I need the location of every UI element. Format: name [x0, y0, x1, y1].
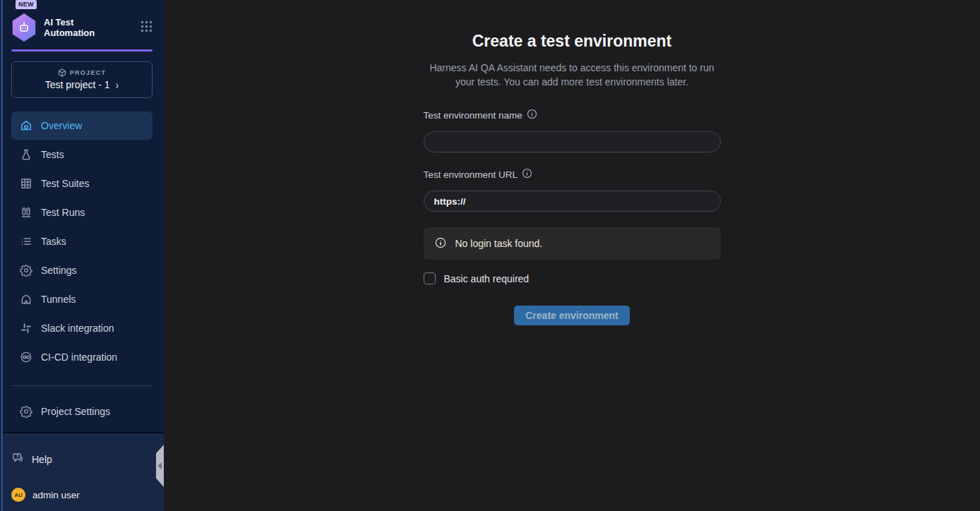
- create-environment-form: Test environment name Test environment U…: [424, 109, 721, 325]
- test-runs-icon: [20, 206, 32, 219]
- project-name: Test project - 1: [45, 79, 110, 90]
- sidebar-item-cicd-integration[interactable]: CI-CD integration: [11, 343, 153, 371]
- sidebar-item-tasks[interactable]: Tasks: [11, 227, 153, 256]
- login-task-notice: No login task found.: [424, 227, 721, 260]
- sidebar-item-label: Overview: [41, 120, 82, 131]
- env-url-input[interactable]: [424, 191, 721, 212]
- help-button[interactable]: ? Help: [11, 452, 153, 467]
- flask-icon: [20, 148, 32, 161]
- sidebar-item-label: Slack integration: [41, 323, 114, 334]
- window-edge: [0, 0, 3, 511]
- sidebar-item-label: Test Runs: [41, 207, 85, 218]
- sidebar-nav: Overview Tests Test Su: [0, 111, 164, 426]
- info-icon[interactable]: [522, 168, 532, 181]
- chevron-right-icon: ›: [116, 78, 119, 91]
- sidebar-item-label: Tunnels: [41, 294, 76, 305]
- grid-table-icon: [20, 177, 32, 190]
- nav-divider: [11, 385, 153, 386]
- env-name-input[interactable]: [424, 131, 721, 152]
- app-window: NEW AI Test Automation: [0, 0, 980, 511]
- home-icon: [20, 119, 32, 132]
- help-chat-icon: ?: [11, 452, 25, 467]
- sidebar-item-label: Test Suites: [41, 178, 89, 189]
- basic-auth-checkbox[interactable]: [424, 272, 436, 284]
- sidebar-item-project-settings[interactable]: Project Settings: [11, 397, 153, 426]
- gear-icon: [20, 405, 32, 418]
- app-logo-icon: [11, 13, 37, 42]
- sidebar-header: NEW AI Test Automation: [0, 0, 164, 52]
- sidebar-footer: ? Help AU admin user: [0, 432, 164, 511]
- new-badge: NEW: [16, 0, 37, 9]
- env-name-label: Test environment name: [424, 110, 522, 121]
- cicd-icon: [20, 351, 32, 363]
- sidebar-item-tunnels[interactable]: Tunnels: [11, 285, 153, 313]
- env-name-label-row: Test environment name: [424, 109, 721, 121]
- page-subtitle: Harness AI QA Assistant needs to access …: [424, 61, 720, 89]
- basic-auth-label: Basic auth required: [444, 273, 530, 284]
- info-icon: [435, 237, 446, 251]
- create-environment-button[interactable]: Create environment: [514, 306, 629, 325]
- main-content: Create a test environment Harness AI QA …: [164, 0, 980, 511]
- brand-divider: [11, 49, 153, 52]
- user-avatar: AU: [11, 488, 25, 502]
- sidebar-item-overview[interactable]: Overview: [11, 112, 153, 140]
- tunnel-icon: [20, 293, 32, 306]
- sidebar-item-label: Settings: [41, 265, 77, 276]
- app-title: AI Test Automation: [44, 17, 103, 38]
- env-url-label: Test environment URL: [424, 169, 518, 180]
- sidebar-item-label: Tasks: [41, 236, 66, 247]
- notice-text: No login task found.: [455, 238, 543, 249]
- help-label: Help: [32, 454, 52, 465]
- cube-icon: [58, 68, 66, 77]
- sidebar-item-label: Tests: [41, 149, 64, 160]
- slack-icon: [20, 322, 32, 335]
- app-switcher-grid-icon[interactable]: [141, 20, 153, 35]
- sidebar-item-label: Project Settings: [41, 406, 110, 417]
- user-name: admin user: [32, 490, 80, 500]
- task-list-icon: [20, 235, 32, 248]
- sidebar-item-label: CI-CD integration: [41, 351, 117, 363]
- env-url-label-row: Test environment URL: [424, 168, 721, 181]
- basic-auth-row: Basic auth required: [424, 272, 721, 284]
- gear-icon: [20, 264, 32, 277]
- sidebar-item-test-suites[interactable]: Test Suites: [11, 169, 153, 198]
- sidebar-item-tests[interactable]: Tests: [11, 140, 153, 169]
- user-menu[interactable]: AU admin user: [11, 488, 153, 502]
- project-kicker-label: PROJECT: [70, 69, 107, 76]
- info-icon[interactable]: [527, 109, 537, 121]
- sidebar: NEW AI Test Automation: [0, 0, 164, 511]
- page-title: Create a test environment: [472, 32, 671, 51]
- sidebar-item-test-runs[interactable]: Test Runs: [11, 198, 153, 227]
- svg-text:?: ?: [16, 454, 19, 459]
- sidebar-item-settings[interactable]: Settings: [11, 256, 153, 284]
- project-selector[interactable]: PROJECT Test project - 1 ›: [11, 61, 153, 98]
- sidebar-item-slack-integration[interactable]: Slack integration: [11, 314, 153, 342]
